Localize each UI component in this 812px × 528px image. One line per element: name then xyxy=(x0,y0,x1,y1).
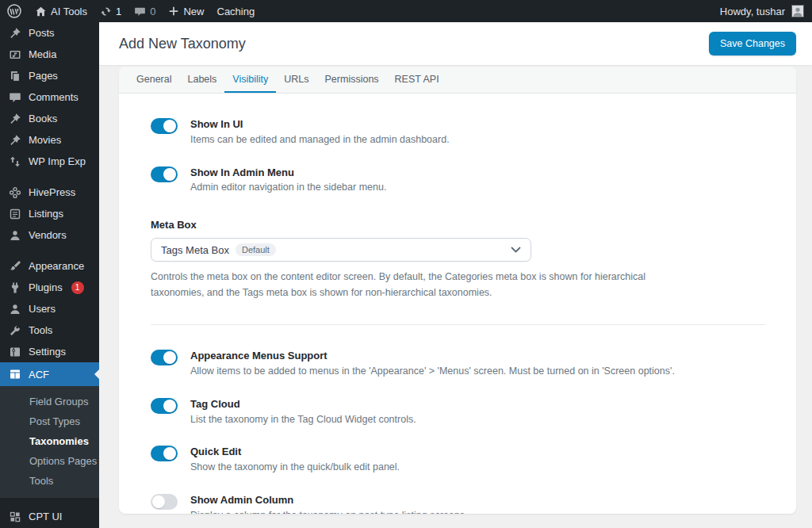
quick-edit-toggle[interactable] xyxy=(151,446,178,461)
setting-label: Quick Edit xyxy=(190,445,400,460)
setting-label: Tag Cloud xyxy=(190,397,416,412)
wordpress-logo[interactable] xyxy=(0,0,29,22)
grid-icon xyxy=(9,511,21,523)
meta-box-selected-value: Tags Meta Box xyxy=(161,244,229,256)
site-menu[interactable]: AI Tools xyxy=(29,0,94,22)
sidebar-item-label: ACF xyxy=(29,369,49,381)
tab-visibility[interactable]: Visibility xyxy=(224,67,276,93)
plugins-update-badge: 1 xyxy=(71,281,84,294)
sidebar-item-label: Appearance xyxy=(29,260,84,272)
show-in-admin-menu-toggle[interactable] xyxy=(151,166,178,182)
sidebar-item-movies[interactable]: Movies xyxy=(0,129,99,151)
submenu-item-tools[interactable]: Tools xyxy=(0,471,99,491)
setting-row-quick-edit: Quick Edit Show the taxonomy in the quic… xyxy=(151,445,764,475)
new-content-menu[interactable]: New xyxy=(162,0,210,22)
pages-icon xyxy=(9,70,21,82)
sidebar-item-label: CPT UI xyxy=(29,511,62,522)
sidebar-item-comments[interactable]: Comments xyxy=(0,86,99,108)
sidebar-item-appearance[interactable]: Appearance xyxy=(0,255,99,277)
table-icon xyxy=(9,368,21,381)
document-icon xyxy=(9,208,21,220)
pin-icon xyxy=(9,27,21,40)
appearance-menus-support-toggle[interactable] xyxy=(151,350,178,365)
meta-box-select[interactable]: Tags Meta Box Default xyxy=(151,238,531,262)
setting-label: Show Admin Column xyxy=(190,493,467,508)
meta-box-help-text: Controls the meta box on the content edi… xyxy=(151,269,694,300)
taxonomy-settings-card: General Labels Visibility URLs Permissio… xyxy=(119,67,796,514)
sidebar-item-label: Tools xyxy=(29,324,52,336)
setting-label: Appearance Menus Support xyxy=(190,349,675,364)
admin-sidebar: Posts Media Pages Comments Books Movies … xyxy=(0,22,99,528)
comment-bubble-icon xyxy=(134,6,146,17)
sidebar-item-cpt-ui[interactable]: CPT UI xyxy=(0,506,99,527)
sidebar-item-label: Listings xyxy=(29,208,63,220)
tab-permissions[interactable]: Permissions xyxy=(317,67,387,93)
flower-icon xyxy=(9,186,21,199)
caching-label: Caching xyxy=(217,6,255,17)
sidebar-item-books[interactable]: Books xyxy=(0,108,99,129)
sidebar-item-hivepress[interactable]: HivePress xyxy=(0,182,99,203)
wrench-icon xyxy=(9,324,21,337)
save-changes-button[interactable]: Save Changes xyxy=(709,32,796,55)
page-header: Add New Taxonomy Save Changes xyxy=(99,22,812,65)
brush-icon xyxy=(9,260,21,273)
sidebar-item-label: Pages xyxy=(29,70,58,82)
settings-tabs: General Labels Visibility URLs Permissio… xyxy=(119,67,796,94)
sidebar-item-label: Plugins xyxy=(29,281,63,293)
submenu-item-field-groups[interactable]: Field Groups xyxy=(0,392,99,411)
meta-box-label: Meta Box xyxy=(151,219,764,231)
section-divider xyxy=(151,324,765,325)
sidebar-item-acf[interactable]: ACF xyxy=(0,362,99,386)
sidebar-item-label: Media xyxy=(29,48,56,60)
sidebar-item-posts[interactable]: Posts xyxy=(0,22,99,44)
setting-description: Items can be edited and managed in the a… xyxy=(190,132,450,147)
howdy-account-menu[interactable]: Howdy, tushar xyxy=(718,0,787,22)
sidebar-item-wp-imp-exp[interactable]: WP Imp Exp xyxy=(0,151,99,172)
setting-row-show-in-admin-menu: Show In Admin Menu Admin editor navigati… xyxy=(151,166,764,196)
comment-icon xyxy=(9,91,21,104)
avatar[interactable] xyxy=(791,5,804,17)
sidebar-item-label: HivePress xyxy=(29,186,75,198)
tag-cloud-toggle[interactable] xyxy=(151,398,178,414)
person-icon xyxy=(9,229,21,242)
sidebar-item-label: Settings xyxy=(29,346,66,358)
sidebar-item-listings[interactable]: Listings xyxy=(0,203,99,224)
tab-general[interactable]: General xyxy=(128,67,179,93)
content-area: Add New Taxonomy Save Changes General La… xyxy=(99,22,812,528)
page-title: Add New Taxonomy xyxy=(119,36,246,52)
setting-description: Allow items to be added to menus in the … xyxy=(190,364,675,379)
chevron-down-icon xyxy=(511,247,521,253)
sidebar-item-users[interactable]: Users xyxy=(0,298,99,319)
setting-description: List the taxonomy in the Tag Cloud Widge… xyxy=(190,412,416,427)
tab-rest-api[interactable]: REST API xyxy=(387,67,447,93)
new-label: New xyxy=(183,6,204,17)
media-icon xyxy=(9,48,21,61)
setting-label: Show In UI xyxy=(190,117,450,132)
show-admin-column-toggle[interactable] xyxy=(151,494,178,510)
visibility-panel: Show In UI Items can be edited and manag… xyxy=(119,94,796,514)
sidebar-item-label: WP Imp Exp xyxy=(29,155,86,167)
caching-menu[interactable]: Caching xyxy=(211,0,262,22)
sidebar-item-plugins[interactable]: Plugins 1 xyxy=(0,277,99,298)
setting-description: Show the taxonomy in the quick/bulk edit… xyxy=(190,460,400,475)
comments-menu[interactable]: 0 xyxy=(128,0,162,22)
submenu-item-taxonomies[interactable]: Taxonomies xyxy=(0,431,99,451)
sidebar-item-pages[interactable]: Pages xyxy=(0,65,99,86)
tab-labels[interactable]: Labels xyxy=(179,67,224,93)
arrows-icon xyxy=(9,155,21,168)
show-in-ui-toggle[interactable] xyxy=(151,118,178,134)
sidebar-item-label: Movies xyxy=(29,134,61,146)
updates-menu[interactable]: 1 xyxy=(94,0,128,22)
meta-box-field: Meta Box Tags Meta Box Default Controls … xyxy=(151,219,764,300)
setting-row-show-admin-column: Show Admin Column Display a column for t… xyxy=(151,493,764,514)
sidebar-item-tools[interactable]: Tools xyxy=(0,319,99,341)
sidebar-item-media[interactable]: Media xyxy=(0,44,99,65)
sidebar-item-vendors[interactable]: Vendors xyxy=(0,224,99,246)
setting-label: Show In Admin Menu xyxy=(190,166,386,181)
wordpress-icon xyxy=(6,3,22,19)
submenu-item-post-types[interactable]: Post Types xyxy=(0,411,99,431)
tab-urls[interactable]: URLs xyxy=(276,67,316,93)
sidebar-item-settings[interactable]: Settings xyxy=(0,341,99,362)
submenu-item-options-pages[interactable]: Options Pages xyxy=(0,451,99,471)
settings-icon xyxy=(9,346,21,358)
